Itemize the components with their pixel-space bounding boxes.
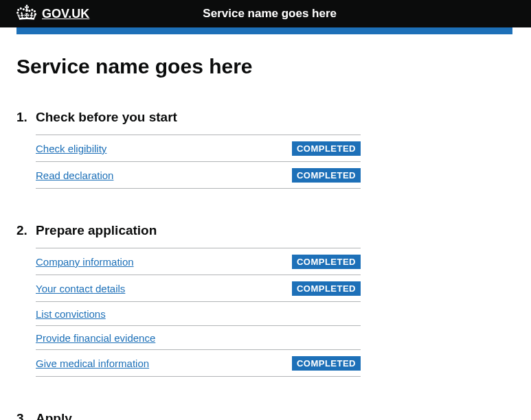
section-title: Apply xyxy=(36,411,72,420)
blue-bar xyxy=(16,27,512,34)
task-link[interactable]: List convictions xyxy=(36,308,106,320)
task-item: List convictions xyxy=(36,302,361,326)
govuk-header: GOV.UK Service name goes here xyxy=(0,0,531,27)
section-heading: 2.Prepare application xyxy=(16,223,515,238)
status-tag: COMPLETED xyxy=(292,168,361,183)
task-list: Company informationCOMPLETEDYour contact… xyxy=(36,248,361,377)
task-item: Give medical informationCOMPLETED xyxy=(36,350,361,377)
section-heading: 3.Apply xyxy=(16,411,515,420)
section-title: Check before you start xyxy=(36,110,177,125)
section-number: 3. xyxy=(16,411,36,420)
govuk-logotype: GOV.UK xyxy=(42,7,89,21)
status-tag: COMPLETED xyxy=(292,255,361,269)
section-heading: 1.Check before you start xyxy=(16,110,515,125)
status-tag: COMPLETED xyxy=(292,281,361,296)
header-service-name: Service name goes here xyxy=(203,7,337,21)
task-list: Check eligibilityCOMPLETEDRead declarati… xyxy=(36,135,361,189)
task-link[interactable]: Give medical information xyxy=(36,358,149,369)
status-tag: COMPLETED xyxy=(292,141,361,156)
govuk-logo-link[interactable]: GOV.UK xyxy=(16,4,89,24)
main-content: Service name goes here 1.Check before yo… xyxy=(0,34,531,420)
task-item: Provide financial evidence xyxy=(36,326,361,350)
task-link[interactable]: Your contact details xyxy=(36,283,125,294)
task-item: Your contact detailsCOMPLETED xyxy=(36,275,361,302)
task-section: 1.Check before you startCheck eligibilit… xyxy=(16,110,515,189)
task-item: Read declarationCOMPLETED xyxy=(36,162,361,189)
crown-icon xyxy=(16,4,37,24)
task-link[interactable]: Company information xyxy=(36,256,134,268)
page-title: Service name goes here xyxy=(16,55,515,78)
task-link[interactable]: Read declaration xyxy=(36,170,113,181)
section-title: Prepare application xyxy=(36,223,157,238)
task-link[interactable]: Provide financial evidence xyxy=(36,332,155,344)
task-item: Company informationCOMPLETED xyxy=(36,248,361,275)
section-number: 1. xyxy=(16,110,36,125)
task-link[interactable]: Check eligibility xyxy=(36,143,106,154)
task-item: Check eligibilityCOMPLETED xyxy=(36,135,361,162)
status-tag: COMPLETED xyxy=(292,356,361,371)
task-section: 3.ApplySubmit and pay xyxy=(16,411,515,420)
section-number: 2. xyxy=(16,223,36,238)
task-section: 2.Prepare applicationCompany information… xyxy=(16,223,515,377)
